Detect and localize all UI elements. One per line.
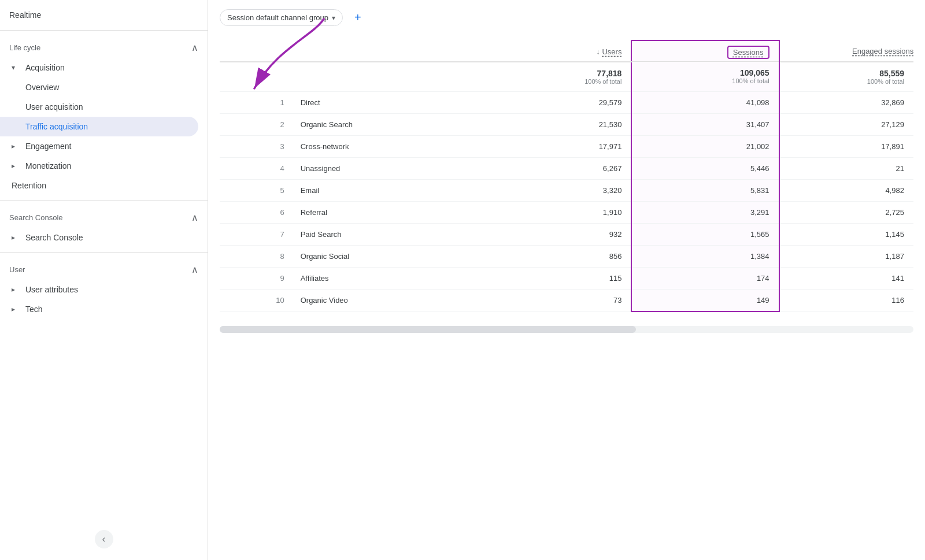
- row-number: 6: [220, 201, 291, 223]
- totals-row: 77,818 100% of total 109,065 100% of tot…: [220, 62, 913, 92]
- search-console-section-label: Search Console: [9, 213, 63, 222]
- acquisition-label: Acquisition: [25, 63, 65, 72]
- tech-label: Tech: [25, 305, 43, 314]
- add-filter-button[interactable]: +: [350, 10, 366, 26]
- totals-users-cell: 77,818 100% of total: [497, 62, 631, 92]
- user-chevron-icon[interactable]: ∧: [191, 264, 198, 275]
- scrollbar-thumb[interactable]: [220, 326, 636, 333]
- row-number: 3: [220, 135, 291, 157]
- search-console-chevron-icon[interactable]: ∧: [191, 212, 198, 223]
- user-attributes-arrow-icon: ▸: [12, 285, 21, 294]
- row-number: 4: [220, 157, 291, 179]
- engaged-value: 141: [779, 267, 913, 289]
- users-col-label: Users: [602, 47, 621, 56]
- users-value: 6,267: [497, 157, 631, 179]
- engaged-sessions-col-label: Engaged sessions: [852, 47, 904, 57]
- users-value: 115: [497, 267, 631, 289]
- sessions-value: 5,831: [631, 179, 779, 201]
- sidebar-item-user-attributes[interactable]: ▸ User attributes: [0, 280, 198, 299]
- table-row[interactable]: 4 Unassigned 6,267 5,446 21: [220, 157, 913, 179]
- engaged-value: 32,869: [779, 91, 913, 113]
- collapse-icon: ‹: [102, 534, 105, 544]
- users-value: 3,320: [497, 179, 631, 201]
- sidebar-item-realtime[interactable]: Realtime: [0, 5, 208, 25]
- engagement-label: Engagement: [25, 142, 71, 151]
- sidebar-item-monetization[interactable]: ▸ Monetization: [0, 156, 198, 176]
- table-row[interactable]: 7 Paid Search 932 1,565 1,145: [220, 223, 913, 245]
- sessions-header[interactable]: Sessions: [631, 40, 779, 62]
- sidebar-item-acquisition[interactable]: ▾ Acquisition: [0, 58, 198, 77]
- row-number: 5: [220, 179, 291, 201]
- filter-chevron-icon: ▾: [332, 14, 335, 22]
- sessions-value: 5,446: [631, 157, 779, 179]
- engaged-value: 27,129: [779, 113, 913, 135]
- table-row[interactable]: 3 Cross-network 17,971 21,002 17,891: [220, 135, 913, 157]
- table-row[interactable]: 8 Organic Social 856 1,384 1,187: [220, 245, 913, 267]
- table-body: 1 Direct 29,579 41,098 32,869 2 Organic …: [220, 91, 913, 311]
- engaged-value: 21: [779, 157, 913, 179]
- total-users-pct: 100% of total: [506, 78, 621, 85]
- sessions-value: 31,407: [631, 113, 779, 135]
- channel-name: Unassigned: [291, 157, 497, 179]
- retention-label: Retention: [12, 181, 46, 190]
- users-header[interactable]: ↓ Users: [497, 40, 631, 62]
- table-row[interactable]: 6 Referral 1,910 3,291 2,725: [220, 201, 913, 223]
- monetization-label: Monetization: [25, 161, 71, 170]
- channel-name: Affiliates: [291, 267, 497, 289]
- sessions-value: 174: [631, 267, 779, 289]
- total-sessions-value: 109,065: [641, 68, 769, 77]
- row-number: 7: [220, 223, 291, 245]
- table-row[interactable]: 5 Email 3,320 5,831 4,982: [220, 179, 913, 201]
- table-row[interactable]: 10 Organic Video 73 149 116: [220, 289, 913, 311]
- horizontal-scrollbar[interactable]: [220, 326, 913, 333]
- channel-name: Cross-network: [291, 135, 497, 157]
- sidebar-item-retention[interactable]: Retention: [0, 176, 198, 195]
- engaged-value: 1,145: [779, 223, 913, 245]
- user-section-label: User: [9, 265, 25, 274]
- lifecycle-section-header[interactable]: Life cycle ∧: [0, 35, 208, 58]
- total-engaged-pct: 100% of total: [789, 78, 904, 85]
- sidebar-item-search-console[interactable]: ▸ Search Console: [0, 228, 198, 247]
- channel-name: Organic Search: [291, 113, 497, 135]
- table-header-row: ↓ Users Sessions Engaged sessions: [220, 40, 913, 62]
- channel-name: Organic Social: [291, 245, 497, 267]
- table-row[interactable]: 9 Affiliates 115 174 141: [220, 267, 913, 289]
- users-value: 1,910: [497, 201, 631, 223]
- user-acquisition-label: User acquisition: [25, 102, 83, 112]
- table-row[interactable]: 1 Direct 29,579 41,098 32,869: [220, 91, 913, 113]
- sidebar-item-traffic-acquisition[interactable]: Traffic acquisition: [0, 117, 198, 136]
- monetization-arrow-icon: ▸: [12, 162, 21, 170]
- traffic-table: ↓ Users Sessions Engaged sessions: [220, 40, 913, 312]
- sort-arrow-icon: ↓: [596, 48, 600, 56]
- users-value: 17,971: [497, 135, 631, 157]
- sessions-value: 41,098: [631, 91, 779, 113]
- traffic-acquisition-label: Traffic acquisition: [25, 122, 88, 131]
- sidebar-item-overview[interactable]: Overview: [0, 77, 198, 97]
- sessions-col-label: Sessions: [733, 48, 764, 57]
- row-number: 9: [220, 267, 291, 289]
- sidebar-item-engagement[interactable]: ▸ Engagement: [0, 136, 198, 156]
- divider-3: [0, 252, 208, 253]
- sidebar-collapse-button[interactable]: ‹: [95, 530, 113, 548]
- sessions-value: 1,565: [631, 223, 779, 245]
- divider-2: [0, 200, 208, 201]
- channel-name: Email: [291, 179, 497, 201]
- tech-arrow-icon: ▸: [12, 305, 21, 313]
- data-table-container: ↓ Users Sessions Engaged sessions: [208, 31, 925, 321]
- table-row[interactable]: 2 Organic Search 21,530 31,407 27,129: [220, 113, 913, 135]
- search-console-section-header[interactable]: Search Console ∧: [0, 205, 208, 228]
- channel-name: Organic Video: [291, 289, 497, 311]
- totals-channel-cell: [220, 62, 497, 92]
- sidebar-item-tech[interactable]: ▸ Tech: [0, 299, 198, 319]
- filter-row: Session default channel group ▾ +: [208, 0, 925, 31]
- totals-engaged-cell: 85,559 100% of total: [779, 62, 913, 92]
- channel-group-filter[interactable]: Session default channel group ▾: [220, 9, 343, 26]
- user-section-header[interactable]: User ∧: [0, 257, 208, 280]
- total-sessions-pct: 100% of total: [641, 77, 769, 84]
- sidebar-item-user-acquisition[interactable]: User acquisition: [0, 97, 198, 117]
- users-value: 932: [497, 223, 631, 245]
- users-value: 29,579: [497, 91, 631, 113]
- engaged-value: 2,725: [779, 201, 913, 223]
- engaged-sessions-header: Engaged sessions: [779, 40, 913, 62]
- lifecycle-chevron-icon[interactable]: ∧: [191, 42, 198, 53]
